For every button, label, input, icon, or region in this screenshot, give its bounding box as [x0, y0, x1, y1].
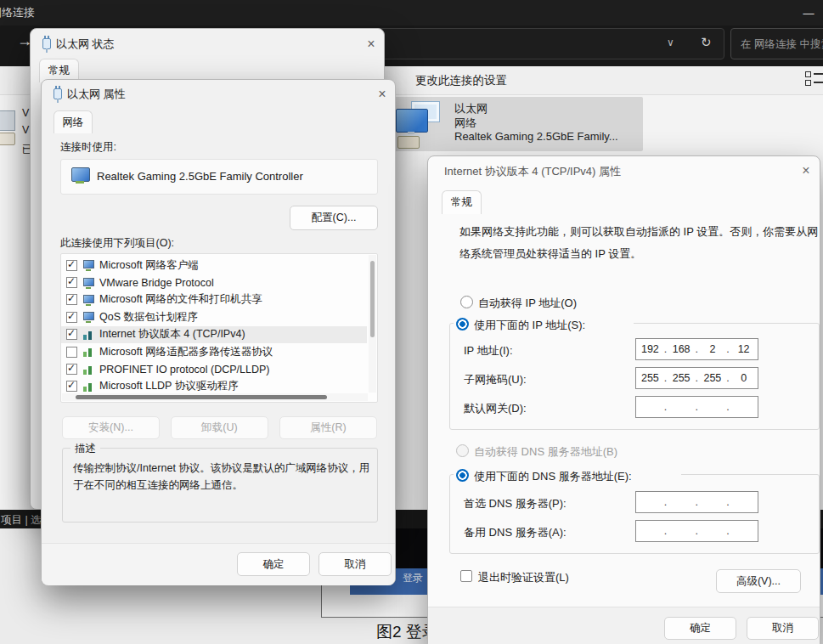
ok-button[interactable]: 确定 — [664, 617, 736, 640]
ethernet-adapter-icon — [396, 101, 443, 147]
auto-dns-label[interactable]: 自动获得 DNS 服务器地址(B) — [474, 444, 617, 460]
close-icon[interactable]: × — [360, 34, 382, 54]
window-title: 网络连接 — [0, 5, 35, 20]
ipv4-intro-text: 如果网络支持此功能，则可以获取自动指派的 IP 设置。否则，你需要从网 — [459, 221, 818, 243]
protocol-list-item[interactable]: Microsoft 网络的文件和打印机共享 — [61, 291, 367, 308]
default-gateway-label: 默认网关(D): — [464, 401, 527, 416]
search-placeholder: 在 网络连接 中搜索 — [741, 37, 823, 52]
cancel-button[interactable]: 取消 — [747, 617, 819, 640]
uninstall-button[interactable]: 卸载(U) — [171, 416, 268, 439]
auto-ip-radio[interactable] — [460, 296, 473, 308]
status-bar-text: 项目 | 选 — [1, 513, 42, 528]
alternate-dns-label: 备用 DNS 服务器(A): — [464, 525, 567, 540]
ip-address-field[interactable]: 192168212 — [635, 338, 758, 360]
item-checkbox[interactable] — [66, 364, 77, 375]
alternate-dns-field[interactable] — [635, 520, 758, 542]
scrollbar-thumb[interactable] — [76, 395, 327, 399]
horizontal-scrollbar[interactable] — [62, 393, 368, 401]
protocol-list[interactable]: Microsoft 网络客户端 VMware Bridge Protocol M… — [60, 253, 378, 403]
description-groupbox: 描述 传输控制协议/Internet 协议。该协议是默认的广域网络协议，用 于在… — [62, 448, 378, 523]
description-text: 于在不同的相互连接的网络上通信。 — [73, 477, 369, 494]
description-legend: 描述 — [70, 442, 100, 456]
file-printer-sharing-icon — [82, 295, 95, 305]
protocol-list-item[interactable]: QoS 数据包计划程序 — [61, 308, 367, 325]
titlebar: 网络连接 — — [0, 0, 823, 25]
preferred-dns-field[interactable] — [635, 491, 758, 513]
multiplexor-icon — [82, 347, 95, 357]
item-checkbox[interactable] — [66, 294, 77, 305]
ipv4-properties-dialog: Internet 协议版本 4 (TCP/IPv4) 属性 × 常规 如果网络支… — [427, 155, 820, 644]
chevron-down-icon[interactable]: ∨ — [667, 37, 674, 48]
view-options-icon[interactable] — [805, 71, 823, 90]
scrollbar-thumb[interactable] — [370, 261, 375, 337]
protocol-list-item[interactable]: Internet 协议版本 4 (TCP/IPv4) — [61, 326, 367, 343]
item-checkbox[interactable] — [66, 347, 77, 358]
ethernet-icon — [42, 38, 51, 49]
login-button-label: 登录 — [403, 571, 423, 585]
lldp-driver-icon — [82, 381, 95, 392]
ip-address-label: IP 地址(I): — [464, 343, 513, 359]
auto-ip-label[interactable]: 自动获得 IP 地址(O) — [478, 296, 577, 311]
network-client-icon — [82, 260, 95, 270]
minimize-button[interactable]: — — [797, 3, 820, 23]
connection-name: 以太网 — [454, 101, 488, 116]
ipv4-intro-text: 络系统管理员处获得适当的 IP 设置。 — [459, 243, 818, 265]
close-icon[interactable]: × — [795, 161, 817, 181]
refresh-icon[interactable]: ↻ — [701, 35, 712, 50]
dialog-title: Internet 协议版本 4 (TCP/IPv4) 属性 — [444, 164, 621, 179]
dns-fieldset — [449, 474, 820, 554]
dialog-title: 以太网 属性 — [67, 87, 126, 102]
items-label: 此连接使用下列项目(O): — [60, 236, 174, 251]
tab-general-ipv4[interactable]: 常规 — [442, 190, 482, 214]
ethernet-properties-dialog: 以太网 属性 × 网络 连接时使用: Realtek Gaming 2.5GbE… — [41, 79, 396, 585]
ok-button[interactable]: 确定 — [237, 552, 310, 576]
network-adapter-icon — [71, 167, 92, 186]
item-checkbox[interactable] — [66, 312, 77, 323]
protocol-list-item[interactable]: VMware Bridge Protocol — [61, 274, 367, 291]
tab-networking[interactable]: 网络 — [54, 110, 93, 133]
validate-settings-checkbox[interactable] — [460, 570, 472, 582]
manual-dns-label[interactable]: 使用下面的 DNS 服务器地址(E): — [474, 469, 632, 484]
subnet-mask-field[interactable]: 2552552550 — [635, 367, 758, 389]
screen: 登录 图2 登录 网络连接 — → ∨ ↻ 在 网络连接 中搜索 更改此连接的设… — [0, 0, 823, 644]
item-checkbox[interactable] — [66, 260, 77, 271]
vertical-scrollbar[interactable] — [369, 255, 376, 393]
configure-button[interactable]: 配置(C)... — [290, 206, 378, 230]
adapter-box: Realtek Gaming 2.5GbE Family Controller — [60, 159, 378, 195]
item-checkbox[interactable] — [66, 329, 77, 340]
preferred-dns-label: 首选 DNS 服务器(P): — [464, 496, 567, 511]
item-checkbox[interactable] — [66, 277, 77, 288]
item-checkbox[interactable] — [66, 381, 77, 392]
item-properties-button[interactable]: 属性(R) — [279, 416, 377, 439]
protocol-list-item[interactable]: Microsoft 网络适配器多路传送器协议 — [61, 343, 367, 360]
protocol-list-item[interactable]: Microsoft 网络客户端 — [61, 257, 367, 274]
dialog-title: 以太网 状态 — [56, 37, 115, 52]
adapter-name: Realtek Gaming 2.5GbE Family Controller — [97, 170, 303, 183]
tcpip-v4-icon — [82, 330, 95, 340]
ethernet-icon — [54, 88, 62, 99]
connection-device: Realtek Gaming 2.5GbE Family... — [454, 130, 618, 143]
profinet-icon — [82, 364, 95, 375]
default-gateway-field[interactable] — [635, 396, 758, 418]
subnet-mask-label: 子网掩码(U): — [464, 372, 527, 387]
connection-status: 网络 — [454, 116, 476, 131]
close-icon[interactable]: × — [371, 84, 393, 105]
manual-ip-label[interactable]: 使用下面的 IP 地址(S): — [474, 318, 585, 333]
change-connection-settings[interactable]: 更改此连接的设置 — [415, 73, 507, 88]
manual-ip-radio[interactable] — [456, 318, 469, 330]
auto-dns-radio[interactable] — [456, 444, 469, 457]
cancel-button[interactable]: 取消 — [318, 552, 392, 576]
install-button[interactable]: 安装(N)... — [62, 416, 160, 439]
qos-scheduler-icon — [82, 312, 95, 322]
search-input[interactable]: 在 网络连接 中搜索 — [730, 28, 823, 59]
manual-dns-radio[interactable] — [456, 469, 469, 482]
connect-using-label: 连接时使用: — [60, 140, 116, 155]
vmware-bridge-icon — [82, 278, 95, 288]
partial-connection-item[interactable]: V V 已 — [0, 95, 34, 180]
protocol-list-item[interactable]: PROFINET IO protocol (DCP/LLDP) — [61, 360, 367, 377]
description-text: 传输控制协议/Internet 协议。该协议是默认的广域网络协议，用 — [73, 460, 369, 477]
advanced-button[interactable]: 高级(V)... — [716, 569, 801, 593]
validate-settings-label[interactable]: 退出时验证设置(L) — [478, 570, 569, 585]
connection-item-ethernet[interactable]: 以太网 网络 Realtek Gaming 2.5GbE Family... — [386, 97, 643, 151]
